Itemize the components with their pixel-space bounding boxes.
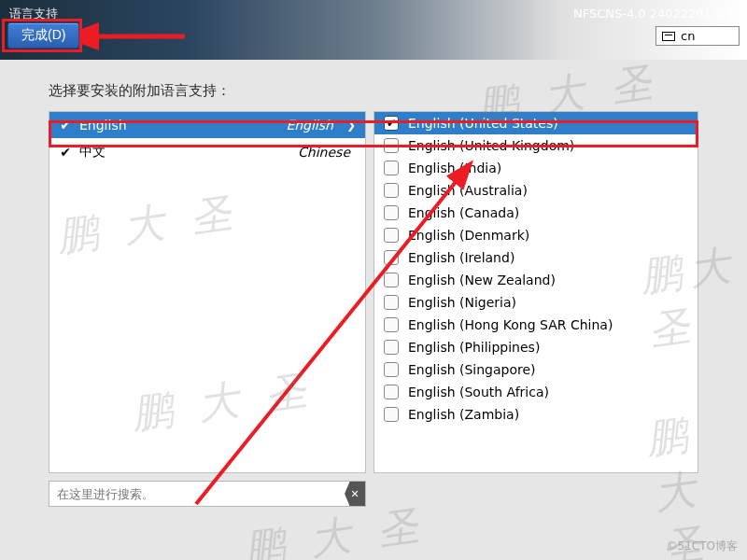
locale-label: English (South Africa) xyxy=(408,385,549,399)
locale-label: English (Nigeria) xyxy=(408,295,516,310)
locale-checkbox[interactable] xyxy=(384,317,399,332)
language-name: English xyxy=(79,118,278,133)
locale-label: English (New Zealand) xyxy=(408,273,556,287)
keyboard-icon xyxy=(662,32,675,41)
locale-label: English (Ireland) xyxy=(408,250,514,265)
locale-row[interactable]: English (Australia) xyxy=(374,179,698,202)
locale-label: English (Zambia) xyxy=(408,407,519,422)
locale-row[interactable]: English (Nigeria) xyxy=(374,291,698,314)
locale-label: English (Australia) xyxy=(408,183,528,198)
clear-search-button[interactable]: ✕ xyxy=(345,482,365,506)
locale-row[interactable]: English (Singapore) xyxy=(374,358,698,381)
locale-checkbox[interactable] xyxy=(384,385,399,399)
locale-checkbox[interactable] xyxy=(384,161,399,175)
search-input[interactable] xyxy=(49,487,345,501)
header-bar: 语言支持 NFSCNS-4.0 24022201 安装 完成(D) cn xyxy=(0,0,747,60)
search-box: ✕ xyxy=(49,481,366,507)
locale-row[interactable]: English (Hong Kong SAR China) xyxy=(374,314,698,336)
language-native: English xyxy=(286,118,333,133)
locale-label: English (India) xyxy=(408,161,501,175)
locale-row[interactable]: English (Philippines) xyxy=(374,336,698,358)
language-name: 中文 xyxy=(79,144,290,161)
locale-label: English (Canada) xyxy=(408,205,519,220)
locale-row[interactable]: English (United Kingdom) xyxy=(374,134,698,157)
keyboard-layout-label: cn xyxy=(681,29,695,43)
locale-label: English (Singapore) xyxy=(408,362,536,377)
locale-checkbox[interactable] xyxy=(384,273,399,287)
check-icon: ✔ xyxy=(59,145,72,160)
locale-checkbox[interactable] xyxy=(384,295,399,310)
locale-checkbox[interactable] xyxy=(384,205,399,220)
locale-row[interactable]: English (New Zealand) xyxy=(374,269,698,291)
done-button[interactable]: 完成(D) xyxy=(7,22,79,49)
locale-checkbox[interactable] xyxy=(384,183,399,198)
locale-checkbox[interactable] xyxy=(384,340,399,355)
chevron-right-icon: ❯ xyxy=(346,119,356,132)
locale-checkbox[interactable] xyxy=(384,250,399,265)
locale-row[interactable]: English (Ireland) xyxy=(374,246,698,269)
page-title: 语言支持 xyxy=(9,6,58,22)
language-native: Chinese xyxy=(298,145,350,160)
locale-checkbox[interactable] xyxy=(384,362,399,377)
locale-label: English (United Kingdom) xyxy=(408,138,574,153)
language-panels: ✔EnglishEnglish❯✔中文Chinese English (Unit… xyxy=(49,111,698,473)
locale-checkbox[interactable] xyxy=(384,116,399,131)
locale-row[interactable]: English (India) xyxy=(374,157,698,179)
language-list[interactable]: ✔EnglishEnglish❯✔中文Chinese xyxy=(49,111,366,473)
locale-row[interactable]: English (South Africa) xyxy=(374,381,698,403)
locale-label: English (Philippines) xyxy=(408,340,540,355)
locale-label: English (Denmark) xyxy=(408,228,529,243)
version-label: NFSCNS-4.0 24022201 安装 xyxy=(573,6,740,22)
locale-label: English (United States) xyxy=(408,116,558,131)
locale-row[interactable]: English (Zambia) xyxy=(374,403,698,426)
locale-checkbox[interactable] xyxy=(384,407,399,422)
locale-label: English (Hong Kong SAR China) xyxy=(408,317,613,332)
check-icon: ✔ xyxy=(59,118,72,133)
footer-credit: ©51CTO博客 xyxy=(667,539,738,554)
locale-row[interactable]: English (Canada) xyxy=(374,202,698,224)
locale-checkbox[interactable] xyxy=(384,138,399,153)
locale-list[interactable]: English (United States)English (United K… xyxy=(374,111,698,473)
locale-checkbox[interactable] xyxy=(384,228,399,243)
prompt-label: 选择要安装的附加语言支持： xyxy=(49,82,747,100)
locale-row[interactable]: English (Denmark) xyxy=(374,224,698,246)
language-row[interactable]: ✔中文Chinese xyxy=(49,138,365,166)
keyboard-layout-indicator[interactable]: cn xyxy=(655,26,740,46)
locale-row[interactable]: English (United States) xyxy=(374,112,698,134)
language-row[interactable]: ✔EnglishEnglish❯ xyxy=(49,112,365,138)
